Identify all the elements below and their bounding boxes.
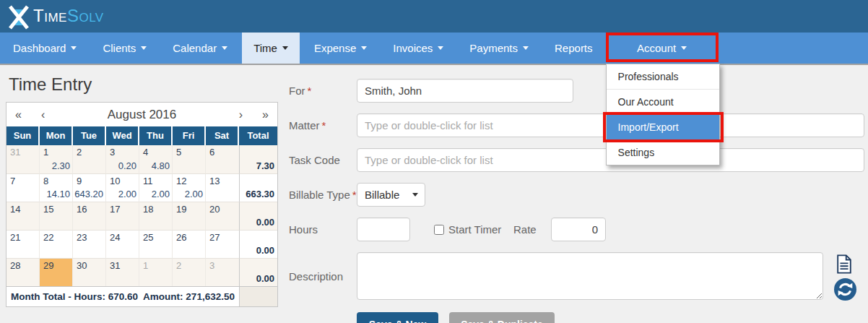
nav-item-time[interactable]: Time [242,33,300,64]
account-dropdown-menu: ProfessionalsOur AccountImport/ExportSet… [606,64,720,165]
nav-item-label: Calendar [173,42,217,54]
menu-item-professionals[interactable]: Professionals [607,64,719,89]
calendar-day-cell[interactable]: 12.30 [40,145,73,173]
calendar-week-total: 663.30 [239,173,277,202]
app-header: TIMESOLV [0,0,868,33]
calendar-day-number: 14 [10,204,20,215]
calendar-day-number: 6 [209,147,214,158]
start-timer-checkbox[interactable] [434,225,444,235]
calendar-day-number: 11 [143,176,153,186]
calendar-day-number: 25 [143,232,153,243]
calendar-day-number: 28 [10,260,20,271]
calendar-day-cell[interactable]: 16 [73,202,106,230]
calendar-day-number: 17 [110,204,120,215]
calendar-day-cell[interactable]: 24 [106,230,139,258]
nav-item-payments[interactable]: Payments [458,33,540,64]
calendar-day-cell[interactable]: 14 [6,202,40,230]
calendar-day-number: 13 [209,176,220,186]
nav-account-group: AccountProfessionalsOur AccountImport/Ex… [606,33,719,64]
note-document-icon[interactable] [836,254,852,274]
menu-item-label: Our Account [618,96,674,108]
calendar-day-cell[interactable]: 2 [173,258,206,286]
calendar-day-cell[interactable]: 13 [206,173,239,202]
calendar-next-year-button[interactable]: » [262,103,269,126]
billable-type-select[interactable]: Billable [357,183,425,207]
calendar-day-cell[interactable]: 29 [40,258,73,286]
timesolv-logo[interactable]: TIMESOLV [7,3,104,31]
for-input[interactable] [357,79,573,103]
calendar-day-cell[interactable]: 19 [173,202,206,230]
calendar-day-cell[interactable]: 17 [106,202,139,230]
calendar-day-header-sat: Sat [206,126,239,145]
calendar-day-cell[interactable]: 6 [206,145,239,173]
calendar-day-cell[interactable]: 31 [106,258,139,286]
nav-item-account[interactable]: Account [625,33,698,64]
menu-item-label: Import/Export [618,121,679,133]
calendar-day-cell[interactable]: 30.20 [106,145,139,173]
nav-item-dashboard[interactable]: Dashboard [1,33,88,64]
nav-item-calendar[interactable]: Calendar [161,33,239,64]
calendar-day-header-tue: Tue [73,126,106,145]
calendar-day-header-thu: Thu [139,126,173,145]
calendar-week-total: 0.00 [239,230,277,258]
calendar-day-cell[interactable]: 3 [206,258,239,286]
calendar-day-cell[interactable]: 122.00 [173,173,206,202]
calendar-day-cell[interactable]: 20 [206,202,239,230]
calendar-day-number: 9 [77,176,82,186]
calendar-day-cell[interactable]: 30 [73,258,106,286]
menu-item-settings[interactable]: Settings [607,139,719,165]
calendar-day-header-fri: Fri [173,126,206,145]
calendar-day-number: 3 [110,147,115,158]
description-label: Description [289,270,343,283]
calendar-day-cell[interactable]: 26 [173,230,206,258]
rate-input[interactable] [551,218,606,241]
save-and-new-button[interactable]: Save & New [357,312,438,323]
calendar-day-cell[interactable]: 2 [73,145,106,173]
calendar-day-cell[interactable]: 1 [139,258,173,286]
calendar-day-hours: 0.20 [118,160,136,171]
calendar-day-cell[interactable]: 814.10 [40,173,73,202]
nav-item-expense[interactable]: Expense [303,33,378,64]
calendar-day-number: 2 [77,147,82,158]
calendar-day-cell[interactable]: 9643.20 [73,173,106,202]
save-and-duplicate-button[interactable]: Save & Duplicate [449,312,555,323]
calendar-day-cell[interactable]: 7 [6,173,40,202]
menu-item-label: Settings [618,147,655,158]
calendar-prev-year-button[interactable]: « [15,103,22,126]
nav-item-clients[interactable]: Clients [91,33,158,64]
calendar-day-hours: 643.20 [74,189,103,199]
description-textarea[interactable] [357,252,823,300]
refresh-icon[interactable] [834,278,856,301]
calendar-day-cell[interactable]: 15 [40,202,73,230]
calendar-day-header-sun: Sun [6,126,40,145]
calendar-day-cell[interactable]: 102.00 [106,173,139,202]
calendar-day-cell[interactable]: 18 [139,202,173,230]
calendar-day-cell[interactable]: 22 [40,230,73,258]
calendar-day-cell[interactable]: 21 [6,230,40,258]
calendar-day-cell[interactable]: 28 [6,258,40,286]
calendar-day-number: 31 [10,147,20,158]
hours-input[interactable] [357,218,410,241]
nav-item-invoices[interactable]: Invoices [381,33,455,64]
calendar-day-hours: 4.80 [152,160,170,171]
calendar-week-total: 0.00 [239,202,277,230]
calendar-grid: 3112.30230.2044.80567.307814.109643.2010… [6,145,277,286]
matter-label: Matter* [289,119,326,132]
calendar-day-cell[interactable]: 27 [206,230,239,258]
nav-item-reports[interactable]: Reports [543,33,604,64]
calendar-day-cell[interactable]: 23 [73,230,106,258]
calendar-next-month-button[interactable]: › [239,103,243,126]
billable-type-label: Billable Type* [289,189,357,201]
calendar-day-cell[interactable]: 31 [6,145,40,173]
calendar-day-cell[interactable]: 25 [139,230,173,258]
hours-label: Hours [289,223,318,236]
menu-item-import-export[interactable]: Import/Export [607,114,719,139]
month-total-hours-value: 670.60 [108,291,138,302]
calendar-day-number: 10 [110,176,120,186]
calendar-day-cell[interactable]: 5 [173,145,206,173]
calendar-day-cell[interactable]: 44.80 [139,145,173,173]
calendar-prev-month-button[interactable]: ‹ [41,103,45,126]
calendar-day-cell[interactable]: 112.00 [139,173,173,202]
menu-item-our-account[interactable]: Our Account [607,89,719,114]
page: TIMESOLV DashboardClientsCalendarTimeExp… [0,0,868,323]
